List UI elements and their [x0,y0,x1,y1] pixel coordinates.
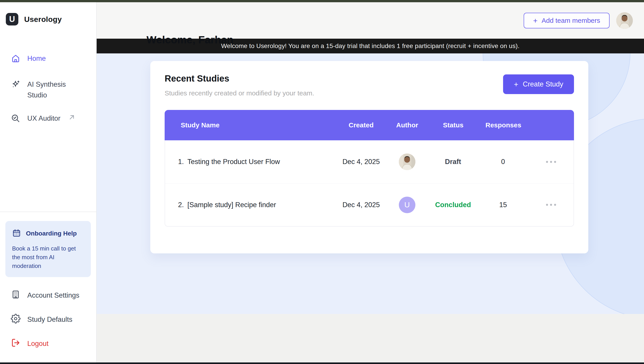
studies-table-header: Study Name Created Author Status Respons… [165,110,574,140]
table-row-sample-study-recipe-finder[interactable]: 2. [Sample study] Recipe finder Dec 4, 2… [165,183,573,226]
created-date: Dec 4, 2025 [337,158,386,166]
column-header-responses: Responses [478,121,529,129]
create-study-button[interactable]: + Create Study [503,74,574,94]
brand-name: Userology [24,15,62,24]
userology-logo-icon: U [6,13,18,26]
study-name: [Sample study] Recipe finder [187,201,276,209]
building-icon [11,290,21,301]
responses-count: 15 [478,201,529,209]
row-index: 1. [178,158,184,166]
sidebar-item-label: Account Settings [27,292,79,300]
sidebar-nav: Home AI Synthesis Studio [0,47,96,133]
sidebar-item-label: Home [27,53,46,64]
home-icon [11,53,21,66]
sidebar-item-ai-synthesis-studio[interactable]: AI Synthesis Studio [0,73,96,107]
sidebar-item-label: Logout [27,340,49,348]
sidebar-bottom-section: Onboarding Help Book a 15 min call to ge… [0,212,96,362]
lower-background [97,314,644,362]
calendar-icon [12,228,21,238]
sidebar-item-label: Study Defaults [27,316,73,324]
sidebar-bottom-nav: Account Settings Study Defaults [5,283,91,356]
created-date: Dec 4, 2025 [337,201,386,209]
add-team-members-button[interactable]: + Add team members [524,13,609,28]
sidebar-item-label: UX Auditor [27,113,60,124]
sparkles-icon [11,79,21,92]
user-avatar[interactable] [616,12,633,29]
column-header-status: Status [429,121,478,129]
column-header-created: Created [337,121,386,129]
topbar: + Add team members [97,2,644,39]
table-row-testing-the-product-user-flow[interactable]: 1. Testing the Product User Flow Dec 4, … [165,140,573,183]
row-menu-icon[interactable] [529,161,573,163]
studies-table: Study Name Created Author Status Respons… [165,110,574,226]
recent-studies-card: Recent Studies Studies recently created … [150,61,588,254]
plus-icon: + [514,80,518,88]
sidebar-item-account-settings[interactable]: Account Settings [5,283,91,308]
gear-icon [11,314,21,325]
row-menu-icon[interactable] [529,204,573,206]
create-study-label: Create Study [523,80,563,88]
sidebar-item-ux-auditor[interactable]: UX Auditor [0,107,96,133]
author-avatar: U [399,197,415,213]
userology-dashboard: U Userology Home [0,0,644,364]
brand: U Userology [0,2,96,26]
sidebar-item-study-defaults[interactable]: Study Defaults [5,308,91,332]
responses-count: 0 [478,158,529,166]
row-index: 2. [178,201,184,209]
external-link-icon [68,113,76,124]
status-badge: Concluded [429,201,478,209]
onboarding-help-title: Onboarding Help [26,230,77,237]
sidebar-item-label: AI Synthesis Studio [27,79,79,100]
sidebar-item-logout[interactable]: Logout [5,332,91,356]
recent-studies-title: Recent Studies [165,74,314,84]
sidebar-item-home[interactable]: Home [0,47,96,73]
add-team-members-label: Add team members [542,17,600,24]
recent-studies-subtitle: Studies recently created or modified by … [165,90,314,97]
studies-table-body: 1. Testing the Product User Flow Dec 4, … [165,140,574,226]
column-header-author: Author [386,121,429,129]
onboarding-help-card[interactable]: Onboarding Help Book a 15 min call to ge… [5,221,91,277]
onboarding-help-body: Book a 15 min call to get the most from … [12,244,81,270]
author-avatar [399,154,415,170]
column-header-study-name: Study Name [165,121,337,129]
status-badge: Draft [429,158,478,166]
sidebar: U Userology Home [0,2,97,362]
main-area: + Add team members Welcome to Userology!… [97,2,644,362]
welcome-heading: Welcome, Farhan [147,34,233,46]
plus-icon: + [533,17,537,24]
window-top-strip [0,0,644,2]
trial-banner-text: Welcome to Userology! You are on a 15-da… [221,42,519,50]
ux-auditor-icon [11,113,21,126]
logout-icon [11,338,21,350]
window-bottom-strip [0,362,644,364]
study-name: Testing the Product User Flow [187,158,280,166]
